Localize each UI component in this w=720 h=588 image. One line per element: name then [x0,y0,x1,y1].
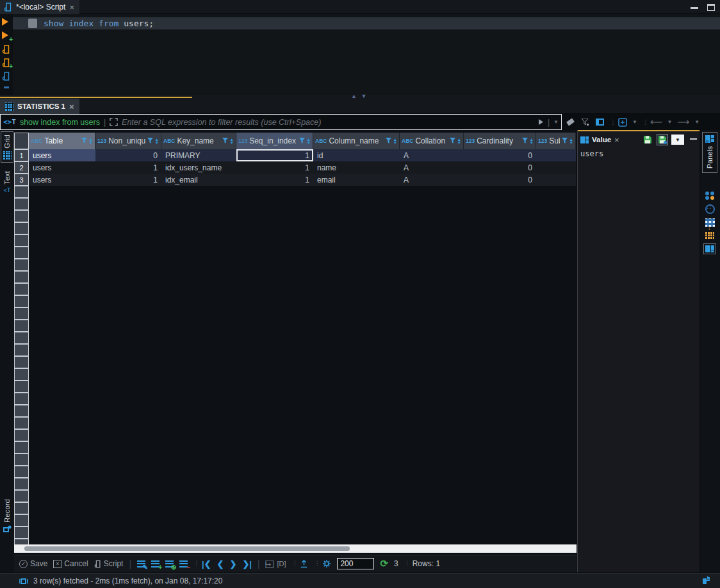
last-row-icon[interactable]: ❯| [242,559,252,569]
first-row-icon[interactable]: |❮ [202,559,211,569]
horizontal-scrollbar[interactable] [14,544,577,553]
toolbar-overflow-icon[interactable]: ⋮ [404,562,407,565]
forward-icon[interactable]: ⟶ [677,117,689,127]
record-mode-toggle[interactable]: Record [1,496,13,535]
fetch-settings-icon[interactable] [322,559,331,568]
grid-cell[interactable]: 0 [464,149,536,161]
grid-cell[interactable]: 0 [464,161,536,174]
goto-row-icon[interactable]: ⮡⃞ [266,560,272,568]
column-sort-icon[interactable]: ▲▼ [393,138,397,144]
filter-settings-icon[interactable] [580,117,590,127]
toolbar-overflow-icon[interactable]: ⋮ [193,562,196,565]
column-header-non_unique[interactable]: 123Non_unique▲▼ [95,133,161,149]
add-row-icon[interactable]: + [151,560,160,568]
column-sort-icon[interactable]: ▲▼ [230,138,234,144]
switch-presentation-icon[interactable]: [D] [277,560,286,568]
column-filter-icon[interactable] [450,138,455,144]
grid-cell[interactable]: name [313,161,400,174]
grid-cell[interactable]: PRIMARY [161,149,236,161]
column-filter-icon[interactable] [522,138,528,144]
grid-cell[interactable]: 1 [236,174,313,186]
toolbar-overflow-icon[interactable]: ⋮ [291,562,294,565]
save-button[interactable]: ✓ Save [19,559,47,568]
column-header-collation[interactable]: ABCCollation▲▼ [400,133,464,149]
expand-filter-icon[interactable] [110,118,118,126]
column-filter-icon[interactable] [222,138,228,144]
toolbar-more-icon[interactable] [4,86,9,88]
grid-cell[interactable]: 0 [95,149,161,161]
column-header-sub_part[interactable]: 123Sub_part▲▼ [536,133,576,149]
transaction-status-icon[interactable] [701,575,711,585]
grid-cell[interactable]: 0 [464,174,536,186]
save-value-icon[interactable] [642,134,653,145]
grid-cell[interactable]: 1 [236,161,313,174]
forward-dropdown-icon[interactable]: ▼ [694,119,700,125]
grid-cell[interactable]: 1 [95,174,161,186]
delete-row-icon[interactable]: − [179,560,188,568]
data-formats-dropdown-icon[interactable]: ▼ [632,119,637,125]
close-icon[interactable]: × [614,135,619,145]
scrollbar-thumb[interactable] [24,546,350,551]
close-icon[interactable]: × [69,102,74,111]
table-row[interactable]: 1users0PRIMARY1idA0 [14,149,576,161]
column-filter-icon[interactable] [562,138,568,144]
grid-cell[interactable]: email [313,174,400,186]
duplicate-row-icon[interactable]: ⊕ [165,560,174,568]
apply-filter-icon[interactable] [538,118,544,126]
maximize-button[interactable] [707,4,715,11]
column-header-cardinality[interactable]: 123Cardinality▲▼ [464,133,536,149]
execute-new-tab-icon[interactable]: + [2,31,11,40]
grid-cell[interactable] [536,174,576,186]
execute-script-icon[interactable] [2,45,11,54]
column-header-table[interactable]: ABCTable▲▼ [29,133,95,149]
grid-cell[interactable]: A [400,149,464,161]
toolbar-overflow-icon[interactable]: ⋮ [314,562,316,565]
row-number[interactable]: 2 [14,161,29,174]
save-value-as-icon[interactable] [657,134,668,145]
grid-cell[interactable] [536,161,576,174]
grid-cell[interactable] [536,149,576,161]
column-sort-icon[interactable]: ▲▼ [307,138,311,144]
column-sort-icon[interactable]: ▲▼ [89,138,93,144]
minimize-panel-icon[interactable] [690,138,697,141]
close-icon[interactable]: × [69,3,74,12]
grid-cell[interactable]: A [400,161,464,174]
next-row-icon[interactable]: ❯ [229,559,236,569]
back-dropdown-icon[interactable]: ▼ [667,119,673,125]
sql-editor[interactable]: + + show index from users; [0,14,720,95]
toolbar-overflow-icon[interactable]: ⋮ [642,121,645,124]
calc-panel-icon[interactable] [705,204,715,214]
execute-statement-icon[interactable] [2,18,11,27]
grid-cell[interactable]: idx_users_name [161,161,236,174]
back-icon[interactable]: ⟵ [650,117,662,127]
tab-statistics[interactable]: STATISTICS 1 × [0,99,79,114]
minimize-button[interactable] [691,6,698,9]
filter-input[interactable]: <>T show index from users | Enter a SQL … [0,114,562,130]
clear-filter-icon[interactable] [566,117,575,127]
row-number[interactable]: 1 [14,149,29,161]
tab-text-presentation[interactable]: Text <T [1,168,13,196]
sql-statement[interactable]: show index from users; [44,19,154,28]
filter-history-dropdown-icon[interactable]: ▼ [553,119,559,125]
previous-row-icon[interactable]: ❮ [217,559,224,569]
column-sort-icon[interactable]: ▲▼ [457,138,461,144]
explain-plan-icon[interactable] [2,72,11,81]
grid-cell[interactable]: idx_email [161,174,236,186]
export-data-icon[interactable] [300,560,308,568]
edit-cell-icon[interactable]: ✎ [137,560,145,568]
references-panel-icon[interactable] [703,243,716,254]
tab-panels[interactable]: Panels [702,132,717,173]
result-set-grid[interactable]: ABCTable▲▼123Non_unique▲▼ABCKey_name▲▼12… [14,130,577,544]
fetch-size-input[interactable] [337,558,374,569]
column-filter-icon[interactable] [147,138,153,144]
grid-cell[interactable]: users [29,174,95,186]
tab-sql-script[interactable]: *<local> Script × [0,0,79,14]
table-row[interactable]: 2users1idx_users_name1nameA0 [14,161,576,174]
refresh-icon[interactable]: ⟳ [380,558,388,569]
column-sort-icon[interactable]: ▲▼ [569,138,573,144]
grid-cell[interactable]: A [400,174,464,186]
tab-grid-presentation[interactable]: Grid [1,131,13,163]
column-header-key_name[interactable]: ABCKey_name▲▼ [161,133,236,149]
value-content[interactable]: users [580,149,603,158]
grid-cell[interactable]: 1 [95,161,161,174]
